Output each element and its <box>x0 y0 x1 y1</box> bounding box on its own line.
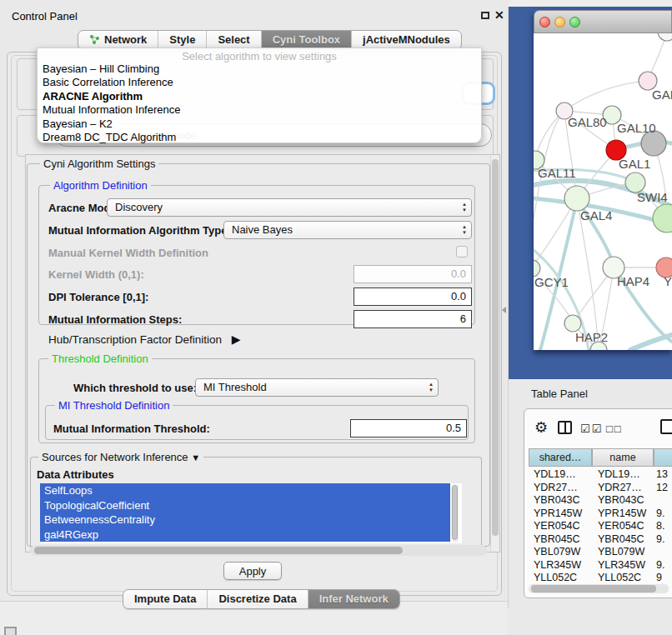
float-panel-icon[interactable] <box>481 12 489 19</box>
table-horizontal-scrollbar[interactable] <box>529 584 669 593</box>
table-row[interactable]: YPR145WYPR145W9. <box>525 508 672 521</box>
network-node-label: GAL4 <box>580 208 612 222</box>
aracne-mode-combobox[interactable]: Discovery ▲▼ <box>107 198 472 217</box>
algorithm-options-list: Bayesian – Hill ClimbingBasic Correlatio… <box>38 62 481 144</box>
dock-panel-icon[interactable] <box>4 627 17 635</box>
manual-kernel-width-checkbox[interactable] <box>456 246 468 258</box>
tab-network[interactable]: Network <box>78 31 158 49</box>
column-header-name[interactable]: name <box>592 448 654 467</box>
table-row[interactable]: YDR27…YDR27…12 <box>525 482 672 495</box>
sources-legend[interactable]: Sources for Network Inference ▼ <box>38 451 203 463</box>
tab-discretize-data[interactable]: Discretize Data <box>208 590 308 608</box>
network-node-label: SWI4 <box>637 190 668 204</box>
table-row[interactable]: YBL079WYBL079W <box>525 546 672 559</box>
table-function-icon[interactable] <box>660 419 672 434</box>
algorithm-option[interactable]: Mutual Information Inference <box>38 103 481 117</box>
table-row[interactable]: YLL052CYLL052C9 <box>525 572 672 583</box>
apply-button[interactable]: Apply <box>223 562 282 580</box>
algorithm-option[interactable]: Bayesian – K2 <box>38 118 481 131</box>
table-cell[interactable]: 9. <box>656 559 664 572</box>
deselect-all-checkboxes-icon[interactable]: □□ <box>606 422 623 435</box>
columns-icon[interactable] <box>558 421 572 434</box>
splitpane-collapse-arrow-icon[interactable] <box>502 307 506 313</box>
column-header-shared-name[interactable]: shared… <box>529 448 592 467</box>
tab-cyni-toolbox[interactable]: Cyni Toolbox <box>262 31 352 49</box>
network-node[interactable] <box>653 204 672 232</box>
algorithm-option[interactable]: ARACNE Algorithm <box>38 90 481 103</box>
kernel-width-label: Kernel Width (0,1): <box>48 268 144 281</box>
window-zoom-icon[interactable] <box>569 17 580 28</box>
tab-jactivemnodules[interactable]: jActiveMNodules <box>352 31 461 49</box>
scrollbar-thumb[interactable] <box>492 159 499 536</box>
dpi-tolerance-field[interactable]: 0.0 <box>354 288 472 306</box>
table-cell[interactable]: 9. <box>656 533 664 547</box>
kernel-width-field[interactable]: 0.0 <box>354 265 472 283</box>
table-cell[interactable]: 13 <box>656 468 668 482</box>
table-cell[interactable]: YPR145W <box>598 508 646 521</box>
settings-horizontal-scrollbar[interactable] <box>30 545 487 556</box>
table-cell[interactable]: 12 <box>656 482 668 495</box>
mi-threshold-field[interactable]: 0.5 <box>350 419 467 438</box>
network-node[interactable] <box>658 33 672 41</box>
network-window-titlebar[interactable] <box>534 10 672 33</box>
attributes-list-scrollbar[interactable] <box>451 484 459 542</box>
tab-style[interactable]: Style <box>158 31 207 49</box>
table-cell[interactable]: YLL052C <box>598 572 641 583</box>
gear-icon[interactable]: ⚙ <box>534 418 548 437</box>
network-node-hap2[interactable] <box>564 315 581 332</box>
combo-arrows-icon: ▲▼ <box>429 382 434 393</box>
table-cell[interactable]: YDR27… <box>534 482 578 495</box>
network-canvas[interactable]: GALGAL80GAL10GAL1GAL11SWI4GAL4GCY1HAP4YH… <box>534 33 672 350</box>
table-cell[interactable]: YBR045C <box>598 533 644 547</box>
table-cell[interactable]: 8. <box>656 520 664 533</box>
table-row[interactable]: YBR045CYBR045C9. <box>525 533 672 547</box>
network-node-label: GAL1 <box>619 157 650 171</box>
scrollbar-thumb[interactable] <box>34 547 403 554</box>
table-cell[interactable]: YLR345W <box>598 559 645 572</box>
algorithm-option[interactable]: Basic Correlation Inference <box>38 76 481 89</box>
table-cell[interactable]: YDR27… <box>598 482 642 495</box>
hub-definition-expander[interactable]: Hub/Transcription Factor Definition ▶ <box>48 332 241 346</box>
which-threshold-combobox[interactable]: MI Threshold ▲▼ <box>195 378 439 397</box>
attribute-list-item[interactable]: SelfLoops <box>40 483 450 498</box>
table-cell[interactable]: YBL079W <box>534 546 580 559</box>
table-cell[interactable]: YDL19… <box>534 468 576 482</box>
window-minimize-icon[interactable] <box>554 17 565 28</box>
close-icon[interactable]: ✕ <box>494 8 504 22</box>
tab-impute-data[interactable]: Impute Data <box>123 590 208 608</box>
attribute-list-item[interactable]: TopologicalCoefficient <box>40 498 450 513</box>
column-header-clipped[interactable] <box>654 448 672 467</box>
table-cell[interactable]: YER054C <box>598 520 644 533</box>
tab-select[interactable]: Select <box>207 31 261 49</box>
attribute-list-item[interactable]: gal4RGexp <box>40 528 450 542</box>
mi-steps-field[interactable]: 6 <box>354 310 472 328</box>
mi-algorithm-type-combobox[interactable]: Naive Bayes ▲▼ <box>223 221 472 239</box>
table-cell[interactable]: YLR345W <box>534 559 581 572</box>
table-row[interactable]: YDL19…YDL19…13 <box>525 468 672 482</box>
table-cell[interactable]: 9. <box>656 508 664 521</box>
table-cell[interactable]: YBR045C <box>534 533 580 547</box>
scrollbar-thumb[interactable] <box>531 585 656 592</box>
table-cell[interactable]: YER054C <box>534 520 580 533</box>
table-cell[interactable]: YDL19… <box>598 468 640 482</box>
settings-vertical-scrollbar[interactable] <box>490 156 499 551</box>
algorithm-option[interactable]: Bayesian – Hill Climbing <box>38 62 481 76</box>
table-row[interactable]: YER054CYER054C8. <box>525 520 672 533</box>
network-node-gal4[interactable] <box>564 186 589 211</box>
network-node-gcy1[interactable] <box>534 260 540 277</box>
table-cell[interactable]: 9 <box>656 572 662 583</box>
combo-arrows-icon: ▲▼ <box>462 202 467 213</box>
select-all-checkboxes-icon[interactable]: ☑☑ <box>580 422 603 435</box>
table-cell[interactable]: YLL052C <box>534 572 577 583</box>
table-cell[interactable]: YBR043C <box>534 494 580 508</box>
table-row[interactable]: YLR345WYLR345W9. <box>525 559 672 572</box>
attribute-list-item[interactable]: BetweennessCentrality <box>40 512 450 528</box>
table-cell[interactable]: YBR043C <box>598 494 644 508</box>
window-close-icon[interactable] <box>539 17 550 28</box>
table-row[interactable]: YBR043CYBR043C <box>525 494 672 508</box>
table-cell[interactable]: YPR145W <box>534 508 582 521</box>
algorithm-option[interactable]: Dream8 DC_TDC Algorithm <box>38 131 481 144</box>
scrollbar-thumb[interactable] <box>452 485 458 540</box>
tab-infer-network[interactable]: Infer Network <box>308 590 399 608</box>
table-cell[interactable]: YBL079W <box>598 546 644 559</box>
